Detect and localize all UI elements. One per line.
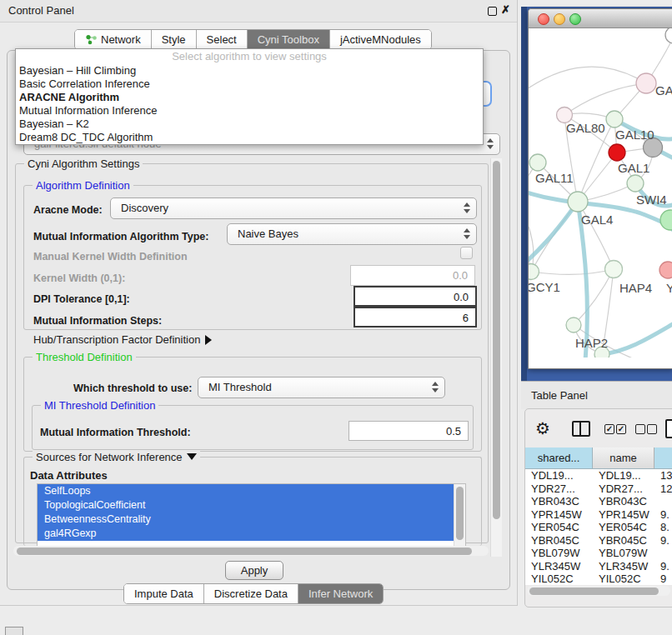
network-desktop: GALGAL80GAL10GAL1GAL11SWI4GAL4GCY1HAP4YH…: [521, 7, 672, 381]
kernel-width-field[interactable]: 0.0: [350, 265, 475, 286]
node-label: HAP2: [575, 336, 608, 350]
tab-jactivemnodules[interactable]: jActiveMNodules: [330, 30, 431, 49]
table-row[interactable]: YDL19...YDL19...13: [525, 469, 672, 482]
table-header-row: shared...name: [525, 448, 672, 469]
attribute-list-item[interactable]: TopologicalCoefficient: [38, 498, 454, 512]
which-threshold-combobox[interactable]: MI Threshold: [198, 377, 445, 398]
control-panel-window: Control Panel ✗ NetworkStyleSelectCyni T…: [0, 0, 518, 606]
network-node-gal11[interactable]: [529, 154, 546, 171]
network-node-gal[interactable]: [636, 73, 656, 93]
export-table-icon[interactable]: [665, 419, 672, 438]
algorithm-option[interactable]: ARACNE Algorithm: [16, 91, 483, 104]
table-row[interactable]: YLR345WYLR345W9.: [525, 560, 672, 573]
column-header[interactable]: shared...: [525, 448, 593, 469]
collapse-down-icon: [187, 453, 197, 460]
tab-style[interactable]: Style: [152, 30, 197, 49]
algorithm-option[interactable]: Mutual Information Inference: [16, 104, 483, 118]
minimize-window-icon[interactable]: [554, 13, 565, 25]
algorithm-option[interactable]: Basic Correlation Inference: [16, 78, 483, 91]
hub-definition-toggle[interactable]: Hub/Transcription Factor Definition: [33, 333, 212, 346]
tab-cyni-toolbox[interactable]: Cyni Toolbox: [248, 30, 330, 49]
table-row[interactable]: YIL052CYIL052C9: [525, 572, 672, 585]
select-all-icon[interactable]: ✓: [604, 424, 614, 434]
network-window: GALGAL80GAL10GAL1GAL11SWI4GAL4GCY1HAP4YH…: [528, 8, 672, 369]
float-window-icon[interactable]: [488, 7, 497, 16]
node-label: HAP4: [619, 281, 652, 295]
dpi-tolerance-field[interactable]: 0.0: [354, 286, 477, 307]
node-label: GAL4: [581, 212, 613, 227]
tab-label: jActiveMNodules: [340, 33, 421, 46]
network-node-gal10[interactable]: [606, 111, 623, 128]
tab-select[interactable]: Select: [197, 30, 248, 49]
aracne-mode-combobox[interactable]: Discovery: [110, 198, 477, 219]
attribute-list-item[interactable]: BetweennessCentrality: [38, 512, 454, 527]
table-row[interactable]: YBL079WYBL079W: [525, 547, 672, 560]
split-columns-icon[interactable]: [572, 421, 590, 437]
table-cell: [654, 547, 672, 560]
mi-threshold-value: 0.5: [446, 425, 461, 438]
node-label: GCY1: [529, 280, 560, 294]
network-node-gal1[interactable]: [609, 144, 625, 161]
tab-label: Impute Data: [134, 588, 193, 600]
mi-steps-label: Mutual Information Steps:: [33, 315, 162, 327]
collapsed-panel-icon[interactable]: [5, 627, 23, 635]
tab-impute-data[interactable]: Impute Data: [124, 584, 204, 603]
table-cell: YIL052C: [525, 572, 593, 585]
network-node-hap4[interactable]: [605, 261, 623, 278]
close-panel-icon[interactable]: ✗: [501, 3, 510, 16]
combo-arrows-icon: [464, 202, 470, 213]
network-node-hap2[interactable]: [566, 318, 581, 332]
tab-discretize-data[interactable]: Discretize Data: [204, 584, 298, 603]
table-cell: 9.: [654, 560, 672, 573]
column-header[interactable]: name: [593, 448, 654, 469]
network-node-gcy1[interactable]: [529, 264, 539, 280]
deselect-all-icon2[interactable]: [647, 424, 657, 434]
algorithm-option[interactable]: Dream8 DC_TDC Algorithm: [16, 131, 483, 144]
algorithm-option[interactable]: Bayesian – K2: [16, 118, 483, 131]
network-node-gal4[interactable]: [568, 192, 588, 212]
attribute-list-item[interactable]: gal4RGexp: [38, 527, 454, 541]
sources-title-label: Sources for Network Inference: [36, 451, 183, 463]
deselect-all-icon[interactable]: [635, 424, 645, 434]
algorithm-option[interactable]: Bayesian – Hill Climbing: [16, 64, 483, 78]
mi-algorithm-type-combobox[interactable]: Naive Bayes: [227, 223, 477, 245]
tab-label: Cyni Toolbox: [258, 33, 319, 46]
tab-infer-network[interactable]: Infer Network: [298, 584, 383, 603]
table-row[interactable]: YBR045CYBR045C9.: [525, 534, 672, 548]
table-row[interactable]: YER054CYER054C8.: [525, 521, 672, 534]
network-node[interactable]: [660, 210, 672, 230]
zoom-window-icon[interactable]: [569, 13, 581, 25]
data-attributes-items: SelfLoopsTopologicalCoefficientBetweenne…: [38, 484, 465, 541]
network-canvas[interactable]: GALGAL80GAL10GAL1GAL11SWI4GAL4GCY1HAP4YH…: [529, 28, 672, 358]
settings-horizontal-scrollbar[interactable]: [13, 546, 489, 556]
gear-icon[interactable]: ⚙: [535, 418, 550, 438]
table-row[interactable]: YDR27...YDR27...12: [525, 482, 672, 496]
table-horizontal-scrollbar[interactable]: [527, 586, 670, 596]
table-row[interactable]: YPR145WYPR145W9.: [525, 508, 672, 522]
tab-network[interactable]: Network: [75, 30, 152, 49]
close-window-icon[interactable]: [538, 13, 549, 25]
mi-algorithm-type-value: Naive Bayes: [238, 228, 298, 240]
network-node[interactable]: [665, 28, 672, 43]
list-scrollbar[interactable]: [454, 484, 465, 546]
table-cell: YLR345W: [593, 560, 654, 573]
table-cell: 9: [654, 572, 672, 585]
mi-steps-value: 6: [463, 312, 469, 324]
node-label: GAL10: [615, 128, 654, 142]
network-node-swi4[interactable]: [627, 175, 644, 192]
attribute-list-item[interactable]: SelfLoops: [38, 484, 454, 498]
column-header[interactable]: [654, 448, 672, 469]
table-cell: YDL19...: [525, 469, 593, 482]
mi-threshold-field[interactable]: 0.5: [349, 421, 469, 441]
apply-button[interactable]: Apply: [225, 561, 283, 580]
settings-vertical-scrollbar[interactable]: [490, 158, 502, 557]
control-panel-title: Control Panel: [8, 4, 74, 17]
network-node-y[interactable]: [659, 262, 672, 278]
manual-kernel-width-checkbox[interactable]: [460, 247, 473, 259]
table-row[interactable]: YBR043CYBR043C: [525, 495, 672, 508]
aracne-mode-value: Discovery: [121, 202, 168, 214]
node-label: Y: [666, 281, 672, 295]
sources-group-title[interactable]: Sources for Network Inference: [33, 451, 200, 463]
mi-steps-field[interactable]: 6: [354, 307, 477, 328]
select-all-icon2[interactable]: ✓: [616, 424, 626, 434]
